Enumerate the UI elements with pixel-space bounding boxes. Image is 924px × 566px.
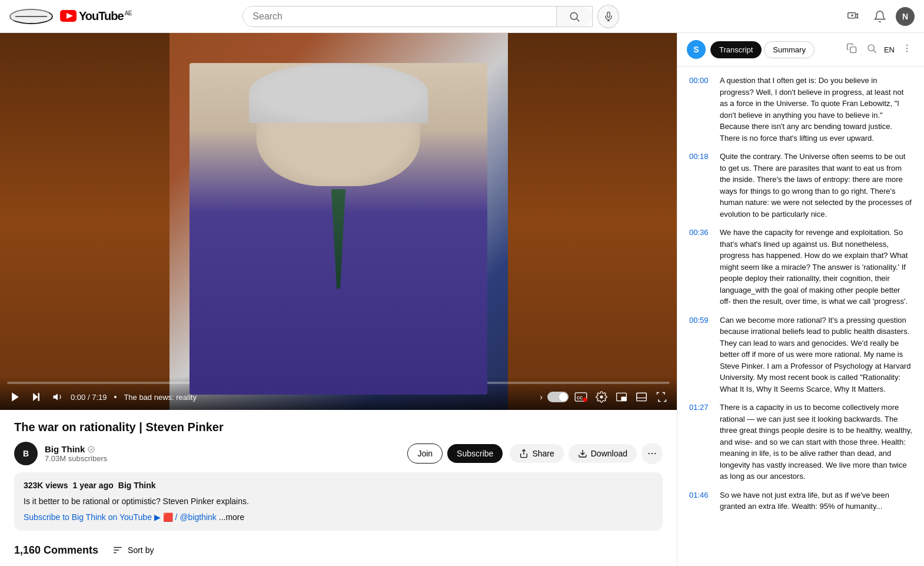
transcript-time: 00:18	[689, 151, 713, 220]
video-frame	[0, 33, 677, 410]
main-content: 0:00 / 7:19 • The bad news: reality ›	[0, 33, 924, 566]
subscribe-text: Subscribe to Big Think on YouTube ▶	[24, 512, 161, 522]
download-button[interactable]: Download	[569, 444, 637, 463]
transcript-time: 01:46	[689, 489, 713, 512]
svg-line-31	[873, 50, 876, 52]
channel-name: Big Think	[45, 444, 400, 454]
channel-avatar: B	[14, 442, 38, 465]
country-code: AE	[125, 10, 132, 16]
settings-button[interactable]	[593, 389, 610, 405]
tab-transcript[interactable]: Transcript	[710, 41, 762, 58]
svg-line-3	[577, 18, 580, 21]
search-transcript-button[interactable]	[864, 41, 879, 58]
transcript-text: Can we become more rational? It's a pres…	[720, 315, 912, 395]
autoplay-switch[interactable]	[547, 392, 569, 402]
copy-icon	[846, 43, 857, 54]
chapter-arrow: ›	[540, 392, 543, 402]
svg-point-32	[906, 45, 908, 46]
tab-summary[interactable]: Summary	[764, 41, 815, 58]
header-left: YouTubeAE	[9, 7, 131, 26]
transcript-entry[interactable]: 01:46 So we have not just extra life, bu…	[687, 486, 915, 516]
search-button[interactable]	[556, 6, 592, 27]
theater-button[interactable]	[633, 389, 650, 405]
subscribe-button[interactable]: Subscribe	[447, 444, 503, 463]
user-avatar[interactable]: N	[896, 7, 915, 26]
transcript-entry[interactable]: 00:36 We have the capacity for revenge a…	[687, 223, 915, 311]
header-right: N	[842, 5, 915, 28]
fullscreen-icon	[656, 391, 667, 403]
microphone-button[interactable]	[597, 5, 619, 28]
transcript-entry[interactable]: 00:18 Quite the contrary. The Universe o…	[687, 147, 915, 223]
microphone-icon	[603, 11, 614, 22]
brick-right	[508, 33, 677, 410]
svg-point-25	[654, 453, 656, 454]
svg-marker-11	[33, 393, 38, 400]
transcript-menu-icon	[902, 43, 912, 54]
svg-rect-12	[38, 393, 40, 400]
video-info: The war on rationality | Steven Pinker B…	[0, 410, 677, 540]
svg-point-24	[652, 453, 653, 454]
search-input[interactable]	[243, 6, 556, 27]
channel-name-text: Big Think	[45, 444, 85, 454]
sort-icon	[112, 545, 123, 555]
subtitles-button[interactable]: CC	[572, 390, 590, 404]
view-count: 323K views	[24, 479, 68, 492]
transcript-text: So we have not just extra life, but as i…	[720, 489, 912, 512]
more-button[interactable]: ...more	[219, 512, 245, 522]
join-button[interactable]: Join	[407, 443, 443, 464]
transcript-header: S Transcript Summary EN	[677, 33, 924, 67]
more-actions-button[interactable]	[642, 443, 663, 464]
svg-point-23	[649, 453, 650, 454]
play-button[interactable]	[7, 389, 24, 405]
transcript-channel-icon: S	[687, 40, 706, 59]
miniplayer-button[interactable]	[613, 389, 630, 405]
channel-row: B Big Think 7.03M subscribers Join Subsc…	[14, 442, 663, 465]
more-icon	[647, 448, 657, 459]
autoplay-toggle	[547, 392, 569, 402]
skip-button[interactable]	[28, 389, 45, 405]
create-button[interactable]	[842, 5, 864, 28]
share-icon	[519, 449, 529, 458]
svg-marker-10	[12, 393, 19, 402]
channel-tag: Big Think	[118, 479, 156, 492]
toggle-knob	[559, 393, 567, 401]
transcript-time: 00:36	[689, 227, 713, 307]
notifications-button[interactable]	[869, 5, 891, 28]
transcript-entry[interactable]: 00:00 A question that I often get is: Do…	[687, 71, 915, 147]
fullscreen-button[interactable]	[653, 389, 670, 405]
comments-count: 1,160 Comments	[14, 544, 98, 557]
svg-rect-20	[637, 393, 647, 398]
youtube-logo-text: YouTubeAE	[79, 9, 131, 23]
social-handle: 🟥 / @bigthink	[163, 512, 217, 522]
sort-button[interactable]: Sort by	[108, 540, 158, 560]
brick-left	[0, 33, 169, 410]
comments-header: 1,160 Comments Sort by	[14, 540, 663, 560]
sort-label: Sort by	[128, 545, 154, 555]
svg-rect-18	[621, 397, 626, 400]
youtube-logo[interactable]: YouTubeAE	[60, 7, 131, 26]
transcript-toolbar: EN	[844, 41, 915, 58]
svg-point-2	[570, 12, 577, 19]
transcript-menu-button[interactable]	[899, 41, 915, 58]
header: YouTubeAE	[0, 0, 924, 33]
time-total: 7:19	[92, 393, 107, 402]
volume-button[interactable]	[49, 389, 66, 405]
gear-icon	[596, 391, 607, 403]
svg-text:CC: CC	[577, 396, 583, 400]
menu-button[interactable]	[9, 9, 53, 24]
svg-rect-19	[637, 393, 647, 400]
copy-button[interactable]	[844, 41, 859, 58]
svg-rect-4	[607, 12, 610, 17]
transcript-search-icon	[866, 43, 877, 54]
video-player: 0:00 / 7:19 • The bad news: reality ›	[0, 33, 677, 410]
upload-date: 1 year ago	[73, 479, 114, 492]
svg-point-33	[906, 48, 908, 49]
svg-point-30	[868, 45, 875, 51]
transcript-entry[interactable]: 00:59 Can we become more rational? It's …	[687, 311, 915, 399]
header-center	[242, 5, 619, 28]
transcript-text: We have the capacity for revenge and exp…	[720, 227, 912, 307]
transcript-text: There is a capacity in us to become coll…	[720, 402, 912, 482]
transcript-entry[interactable]: 01:27 There is a capacity in us to becom…	[687, 398, 915, 486]
share-button[interactable]: Share	[510, 444, 563, 463]
svg-rect-29	[850, 47, 856, 53]
